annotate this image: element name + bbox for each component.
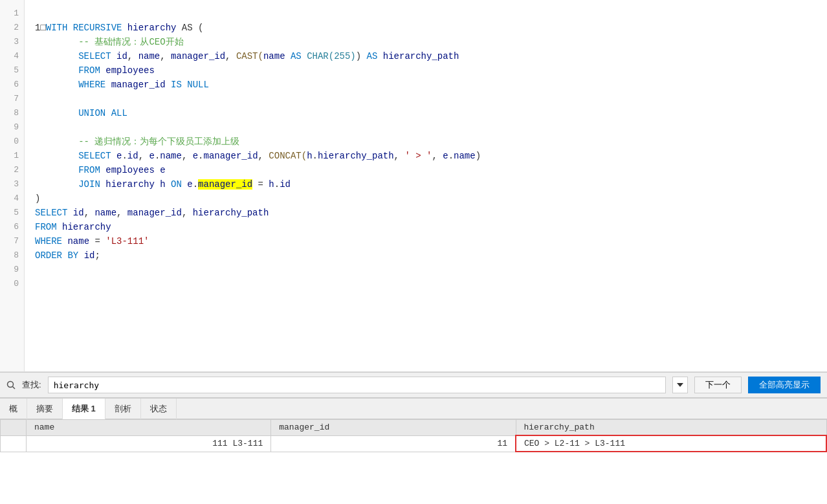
tab-overview[interactable]: 概 [0, 399, 27, 419]
table-row: 111 L3-111 11 CEO > L2-11 > L3-111 [1, 435, 827, 452]
col-header-hierarchy-path: hierarchy_path [516, 420, 826, 436]
cell-id [1, 435, 27, 452]
search-icon [6, 380, 16, 389]
search-highlight-button[interactable]: 全部高亮显示 [748, 377, 821, 393]
code-content[interactable]: 1□WITH RECURSIVE hierarchy AS ( -- 基础情况：… [25, 0, 827, 371]
tab-analyze[interactable]: 剖析 [105, 399, 141, 419]
cell-hierarchy-path: CEO > L2-11 > L3-111 [516, 435, 826, 452]
line-9: -- 递归情况：为每个下级员工添加上级 [35, 137, 239, 147]
tabs-bar: 概 摘要 结果 1 剖析 状态 [0, 399, 827, 419]
tab-status[interactable]: 状态 [141, 399, 177, 419]
line-4: FROM employees [35, 65, 155, 76]
line-11: FROM employees e [35, 165, 166, 175]
col-header-name: name [27, 420, 271, 436]
results-content: name manager_id hierarchy_path 111 L3-11… [0, 419, 827, 504]
line-12: JOIN hierarchy h ON e.manager_id = h.id [35, 179, 291, 190]
search-next-button[interactable]: 下一个 [694, 377, 742, 393]
tab-result1[interactable]: 结果 1 [63, 399, 105, 419]
line-2: -- 基础情况：从CEO开始 [35, 37, 184, 47]
search-bar: 查找: 下一个 全部高亮显示 [0, 372, 827, 398]
line-1: 1□WITH RECURSIVE hierarchy AS ( [35, 23, 203, 33]
line-5: WHERE manager_id IS NULL [35, 80, 209, 90]
svg-line-1 [13, 387, 16, 389]
line-10: SELECT e.id, e.name, e.manager_id, CONCA… [35, 151, 481, 161]
line-16: WHERE name = 'L3-111' [35, 236, 149, 247]
line-15: FROM hierarchy [35, 222, 111, 232]
line-20 [35, 293, 40, 303]
line-8 [35, 122, 40, 133]
line-13: ) [35, 193, 40, 204]
line-3: SELECT id, name, manager_id, CAST(name A… [35, 51, 459, 61]
cell-name: 111 L3-111 [27, 435, 271, 452]
svg-point-0 [8, 382, 14, 388]
search-label: 查找: [22, 379, 41, 391]
search-dropdown-button[interactable] [672, 377, 688, 393]
search-input[interactable] [48, 377, 666, 393]
line-6 [35, 94, 40, 104]
line-19 [35, 279, 40, 289]
line-14: SELECT id, name, manager_id, hierarchy_p… [35, 208, 269, 218]
line-17: ORDER BY id; [35, 250, 100, 261]
col-header-manager-id: manager_id [271, 420, 516, 436]
editor-area: 1 2 3 4 5 6 7 8 9 0 1 2 3 4 5 6 7 8 9 0 … [0, 0, 827, 372]
cell-manager-id: 11 [271, 435, 516, 452]
line-7: UNION ALL [35, 108, 127, 118]
bottom-section: 概 摘要 结果 1 剖析 状态 name manager_id hierarch… [0, 398, 827, 504]
line-numbers: 1 2 3 4 5 6 7 8 9 0 1 2 3 4 5 6 7 8 9 0 [0, 0, 25, 371]
line-18 [35, 265, 40, 275]
code-block: 1 2 3 4 5 6 7 8 9 0 1 2 3 4 5 6 7 8 9 0 … [0, 0, 827, 371]
tab-summary[interactable]: 摘要 [27, 399, 63, 419]
col-header-id [1, 420, 27, 436]
results-table: name manager_id hierarchy_path 111 L3-11… [0, 419, 827, 452]
